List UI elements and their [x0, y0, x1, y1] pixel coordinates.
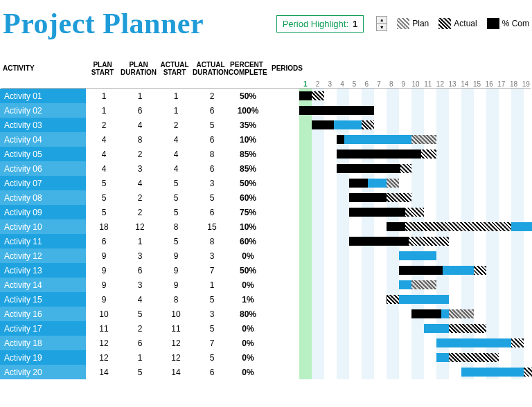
period-head-18: 18 — [508, 80, 520, 88]
activity-name: Activity 05 — [0, 147, 86, 161]
cell-plan_duration: 5 — [122, 368, 158, 377]
cell-percent: 85% — [230, 150, 266, 159]
cell-plan_start: 2 — [86, 120, 122, 130]
cell-actual_duration: 6 — [194, 135, 230, 145]
cell-actual_start: 5 — [158, 193, 194, 203]
spinner-down-icon[interactable]: ▼ — [377, 24, 387, 30]
period-highlight-box: Period Highlight: 1 — [276, 15, 364, 33]
table-row: Activity 171121150% — [0, 321, 532, 336]
cell-plan_duration: 6 — [122, 266, 158, 275]
cell-plan_duration: 2 — [122, 193, 158, 203]
cell-actual_start: 12 — [158, 338, 194, 348]
cell-percent: 0% — [230, 324, 266, 334]
cell-percent: 0% — [230, 338, 266, 348]
cell-percent: 0% — [230, 368, 266, 377]
cell-actual_duration: 6 — [194, 164, 230, 174]
highlight-value: 1 — [353, 19, 357, 29]
table-row: Activity 181261270% — [0, 336, 532, 350]
cell-percent: 100% — [230, 106, 266, 116]
table-row: Activity 10181281510% — [0, 219, 532, 234]
cell-actual_duration: 8 — [194, 150, 230, 159]
cell-plan_duration: 1 — [122, 237, 158, 246]
activity-name: Activity 07 — [0, 176, 86, 190]
cell-actual_duration: 7 — [194, 338, 230, 348]
cell-plan_start: 9 — [86, 280, 122, 290]
period-head-17: 17 — [495, 80, 508, 88]
cell-percent: 85% — [230, 164, 266, 174]
activity-name: Activity 18 — [0, 336, 86, 350]
highlight-spinner[interactable]: ▲ ▼ — [376, 16, 387, 31]
cell-plan_start: 10 — [86, 309, 122, 319]
period-head-10: 10 — [409, 80, 422, 88]
table-row: Activity 13969750% — [0, 263, 532, 278]
cell-actual_duration: 5 — [194, 193, 230, 203]
col-plan-duration: PLAN DURATION — [121, 61, 157, 76]
cell-actual_duration: 2 — [194, 91, 230, 101]
period-head-9: 9 — [398, 80, 410, 88]
period-head-5: 5 — [348, 80, 361, 88]
cell-plan_start: 5 — [86, 193, 122, 203]
table-row: Activity 08525560% — [0, 190, 532, 205]
table-row: Activity 1293930% — [0, 248, 532, 263]
cell-actual_start: 9 — [158, 251, 194, 261]
cell-percent: 1% — [230, 295, 266, 305]
cell-actual_duration: 5 — [194, 120, 230, 130]
cell-actual_duration: 8 — [194, 237, 230, 246]
cell-plan_start: 5 — [86, 179, 122, 188]
col-actual-duration: ACTUAL DURATION — [193, 61, 229, 76]
cell-actual_start: 1 — [158, 106, 194, 116]
activity-name: Activity 10 — [0, 219, 86, 234]
period-head-2: 2 — [312, 80, 324, 88]
cell-actual_start: 1 — [158, 91, 194, 101]
period-head-3: 3 — [323, 80, 336, 88]
highlight-label: Period Highlight: — [283, 19, 348, 29]
cell-actual_duration: 3 — [194, 179, 230, 188]
cell-plan_duration: 6 — [122, 106, 158, 116]
cell-percent: 10% — [230, 135, 266, 145]
legend-actual: Actual — [454, 19, 477, 28]
cell-plan_duration: 12 — [122, 222, 158, 232]
activity-name: Activity 11 — [0, 234, 86, 248]
cell-actual_start: 12 — [158, 353, 194, 363]
cell-plan_start: 9 — [86, 295, 122, 305]
col-percent-complete: PERCENT COMPLETE — [229, 61, 265, 76]
cell-percent: 60% — [230, 193, 266, 203]
legend-plan: Plan — [412, 19, 429, 28]
cell-plan_duration: 3 — [122, 164, 158, 174]
cell-actual_duration: 7 — [194, 266, 230, 275]
legend: Period Highlight: 1 ▲ ▼ Plan Actual % Co… — [276, 15, 529, 33]
cell-plan_start: 5 — [86, 208, 122, 217]
activity-name: Activity 19 — [0, 350, 86, 365]
page-title: Project Planner — [3, 7, 204, 40]
period-head-8: 8 — [385, 80, 398, 88]
cell-percent: 50% — [230, 179, 266, 188]
col-activity: ACTIVITY — [0, 61, 85, 76]
cell-plan_duration: 3 — [122, 280, 158, 290]
cell-actual_start: 10 — [158, 309, 194, 319]
cell-percent: 0% — [230, 251, 266, 261]
cell-actual_start: 9 — [158, 280, 194, 290]
activity-name: Activity 15 — [0, 292, 86, 307]
activity-name: Activity 12 — [0, 248, 86, 263]
spinner-up-icon[interactable]: ▲ — [377, 17, 387, 24]
period-head-7: 7 — [373, 80, 385, 88]
period-head-12: 12 — [434, 80, 447, 88]
period-head-13: 13 — [446, 80, 459, 88]
cell-actual_start: 8 — [158, 222, 194, 232]
cell-plan_start: 9 — [86, 266, 122, 275]
cell-plan_start: 11 — [86, 324, 122, 334]
activity-name: Activity 14 — [0, 278, 86, 292]
cell-plan_duration: 5 — [122, 309, 158, 319]
col-periods: PERIODS — [265, 61, 303, 76]
table-row: Activity 04484610% — [0, 132, 532, 147]
legend-complete: % Com — [502, 19, 529, 28]
activity-name: Activity 01 — [0, 89, 86, 103]
table-row: Activity 09525675% — [0, 205, 532, 219]
cell-actual_duration: 3 — [194, 309, 230, 319]
cell-plan_start: 4 — [86, 150, 122, 159]
cell-actual_start: 4 — [158, 150, 194, 159]
complete-swatch-icon — [487, 18, 499, 29]
table-row: Activity 1610510380% — [0, 307, 532, 321]
cell-actual_start: 5 — [158, 237, 194, 246]
cell-percent: 10% — [230, 222, 266, 232]
